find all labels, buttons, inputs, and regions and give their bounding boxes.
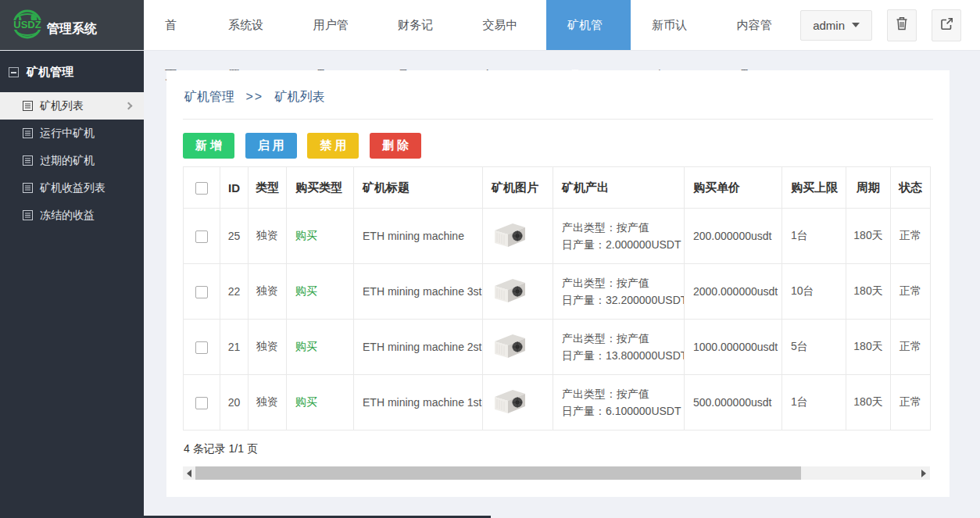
table-row: 21 独资 购买 ETH mining machine 2st 产出类型：按产值…: [184, 320, 931, 375]
list-icon: [23, 183, 33, 193]
breadcrumb: 矿机管理 >> 矿机列表: [183, 83, 933, 120]
cell-output: 产出类型：按产值 日产量：32.200000USDT: [553, 264, 685, 320]
sidebar-item-label: 矿机列表: [40, 99, 84, 113]
output-type: 产出类型：按产值: [562, 330, 684, 347]
output-daily: 日产量：32.200000USDT: [562, 291, 684, 309]
add-button[interactable]: 新 增: [183, 133, 234, 159]
nav-item-miner-management[interactable]: 矿机管理: [546, 0, 631, 50]
nav-item-finance-records[interactable]: 财务记录: [377, 0, 461, 50]
table-row: 22 独资 购买 ETH mining machine 3st 产出类型：按产值…: [184, 264, 931, 320]
list-icon: [23, 155, 33, 166]
content-panel: 矿机管理 >> 矿机列表 新 增 启 用 禁 用 删 除: [166, 70, 950, 497]
output-daily: 日产量：2.000000USDT: [562, 236, 684, 253]
nav-item-home[interactable]: 首页: [144, 0, 207, 50]
cell-limit: 5台: [782, 320, 846, 375]
header-id: ID: [220, 167, 249, 209]
collapse-minus-icon: [9, 67, 19, 77]
select-all-checkbox[interactable]: [195, 182, 208, 195]
cell-type: 独资: [249, 320, 287, 375]
table-row: 25 独资 购买 ETH mining machine 产出类型：按产值 日产量…: [184, 209, 931, 264]
miner-table: ID 类型 购买类型 矿机标题 矿机图片 矿机产出 购买单价 购买上限 周期 状…: [183, 166, 931, 430]
nav-item-new-coin[interactable]: 新币认购: [631, 0, 715, 50]
top-bar: USDZ 管理系统 首页 系统设置 用户管理 财务记录 交易中心 矿机管理 新币…: [0, 0, 980, 51]
cell-status: 正常: [891, 320, 931, 375]
output-type: 产出类型：按产值: [562, 274, 684, 291]
horizontal-scrollbar[interactable]: [183, 466, 930, 480]
cell-image: [483, 209, 553, 264]
row-checkbox[interactable]: [195, 397, 208, 409]
table-header-row: ID 类型 购买类型 矿机标题 矿机图片 矿机产出 购买单价 购买上限 周期 状…: [184, 167, 931, 209]
scroll-right-arrow-icon[interactable]: [917, 466, 930, 480]
output-type: 产出类型：按产值: [562, 219, 684, 236]
cell-period: 180天: [846, 264, 891, 320]
nav-item-trade-center[interactable]: 交易中心: [461, 0, 545, 50]
breadcrumb-separator: >>: [245, 90, 263, 103]
header-type: 类型: [249, 167, 287, 209]
cell-period: 180天: [846, 209, 891, 264]
logo-text: USDZ: [13, 19, 41, 30]
nav-item-user-management[interactable]: 用户管理: [292, 0, 377, 50]
row-checkbox[interactable]: [195, 341, 208, 354]
buy-type-link[interactable]: 购买: [295, 284, 317, 297]
clear-cache-button[interactable]: [887, 9, 917, 41]
scrollbar-thumb[interactable]: [195, 466, 801, 480]
sidebar: 矿机管理 矿机列表 运行中矿机 过期的矿机 矿机收益列表 冻结的收益: [0, 51, 144, 518]
logo: USDZ 管理系统: [0, 0, 144, 50]
cell-output: 产出类型：按产值 日产量：6.100000USDT: [553, 375, 685, 430]
cell-type: 独资: [249, 375, 287, 430]
cell-type: 独资: [249, 209, 287, 264]
cell-limit: 10台: [782, 264, 846, 320]
cell-output: 产出类型：按产值 日产量：13.800000USDT: [553, 320, 685, 375]
sidebar-section-header[interactable]: 矿机管理: [0, 65, 144, 92]
output-type: 产出类型：按产值: [562, 385, 684, 402]
cell-buy-type: 购买: [287, 209, 354, 264]
delete-button[interactable]: 删 除: [370, 133, 421, 159]
cell-title: ETH mining machine: [354, 209, 483, 264]
cell-period: 180天: [846, 375, 891, 430]
row-checkbox[interactable]: [195, 230, 208, 243]
cell-status: 正常: [891, 209, 931, 264]
cell-id: 20: [220, 375, 249, 430]
disable-button[interactable]: 禁 用: [307, 133, 359, 159]
enable-button[interactable]: 启 用: [245, 133, 297, 159]
sidebar-item-running-miners[interactable]: 运行中矿机: [0, 120, 144, 147]
cell-id: 25: [220, 209, 249, 264]
logout-button[interactable]: [932, 9, 961, 41]
breadcrumb-parent[interactable]: 矿机管理: [184, 90, 234, 103]
buy-type-link[interactable]: 购买: [295, 229, 317, 241]
top-right-controls: admin: [800, 0, 980, 50]
cell-status: 正常: [891, 264, 931, 320]
cell-title: ETH mining machine 1st: [354, 375, 483, 430]
sidebar-item-expired-miners[interactable]: 过期的矿机: [0, 147, 144, 174]
nav-item-content-management[interactable]: 内容管理: [716, 0, 800, 50]
cell-price: 500.000000usdt: [685, 375, 782, 430]
sidebar-item-miner-earnings[interactable]: 矿机收益列表: [0, 174, 144, 202]
sidebar-item-miner-list[interactable]: 矿机列表: [0, 92, 144, 120]
header-image: 矿机图片: [483, 167, 553, 209]
cell-price: 200.000000usdt: [685, 209, 782, 264]
sidebar-item-label: 过期的矿机: [40, 154, 95, 168]
row-checkbox[interactable]: [195, 286, 208, 298]
sidebar-item-frozen-earnings[interactable]: 冻结的收益: [0, 202, 144, 229]
chevron-down-icon: [852, 23, 860, 27]
buy-type-link[interactable]: 购买: [295, 340, 317, 352]
nav-item-system-settings[interactable]: 系统设置: [207, 0, 291, 50]
chevron-right-icon: [125, 102, 133, 110]
header-limit: 购买上限: [782, 167, 846, 209]
toolbar: 新 增 启 用 禁 用 删 除: [183, 133, 933, 159]
scroll-left-arrow-icon[interactable]: [183, 466, 195, 480]
buy-type-link[interactable]: 购买: [295, 395, 317, 408]
list-icon: [23, 128, 33, 138]
cell-title: ETH mining machine 3st: [354, 264, 483, 320]
cell-status: 正常: [891, 375, 931, 430]
cell-buy-type: 购买: [287, 375, 354, 430]
miner-image: [492, 275, 528, 309]
miner-image: [492, 330, 528, 364]
cell-id: 21: [220, 320, 249, 375]
user-dropdown[interactable]: admin: [800, 10, 872, 41]
breadcrumb-current: 矿机列表: [275, 90, 325, 103]
record-count: 4 条记录 1/1 页: [183, 442, 933, 456]
cell-price: 1000.000000usdt: [685, 320, 782, 375]
table-row: 20 独资 购买 ETH mining machine 1st 产出类型：按产值…: [184, 375, 931, 430]
app-title: 管理系统: [47, 21, 97, 38]
